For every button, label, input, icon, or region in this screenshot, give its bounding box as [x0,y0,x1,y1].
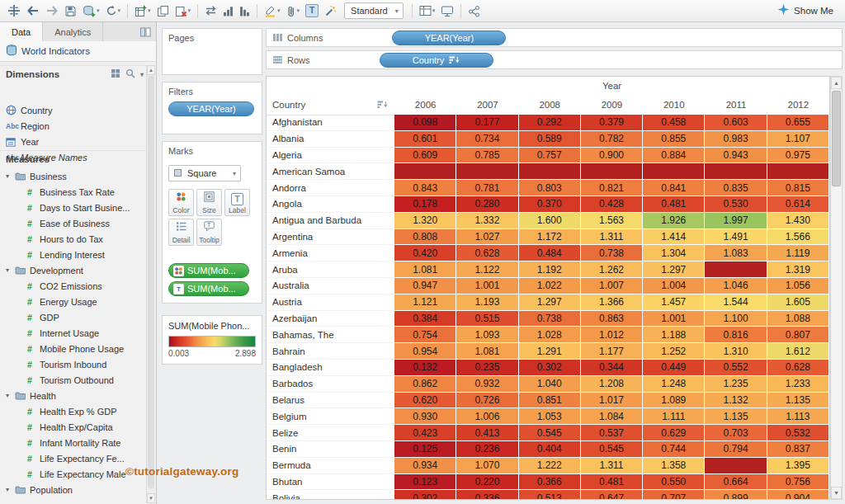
heat-cell[interactable]: 0.757 [519,148,581,164]
heat-cell[interactable]: 0.664 [705,474,767,491]
heat-cell[interactable]: 1.366 [581,294,643,311]
heat-cell[interactable]: 0.292 [519,115,581,131]
heat-cell[interactable]: 0.983 [705,131,767,148]
heat-cell[interactable]: 0.930 [394,408,456,425]
heat-cell[interactable]: 0.647 [581,490,643,499]
heat-cell[interactable]: 1.100 [705,311,767,327]
mark-type-dropdown[interactable]: Square ▾ [168,165,241,181]
heat-cell[interactable]: 1.006 [456,408,518,425]
row-header-country[interactable]: Argentina [267,229,394,246]
row-header-country[interactable]: Austria [267,294,394,311]
year-header[interactable]: 2011 [705,94,767,115]
heat-cell[interactable]: 0.552 [705,360,767,376]
heat-cell[interactable]: 1.122 [456,261,518,278]
heat-cell[interactable]: 1.320 [394,213,456,229]
heat-cell[interactable]: 1.311 [581,229,643,246]
row-header-country[interactable]: Bermuda [267,458,394,474]
measure-item[interactable]: #Tourism Outbound [0,372,147,388]
data-source-item[interactable]: World Indicators [0,41,156,62]
heat-cell[interactable]: 1.612 [767,343,829,360]
marks-color-button[interactable]: Color [168,189,194,216]
heat-cell[interactable]: 1.926 [643,213,705,229]
marks-label-button[interactable]: TLabel [224,189,250,216]
refresh-icon[interactable]: ▾ [103,3,124,18]
heat-cell[interactable]: 0.904 [767,490,829,499]
heat-cell[interactable]: 0.900 [581,148,643,164]
show-me-button[interactable]: Show Me [772,2,838,18]
heat-cell[interactable]: 0.855 [643,131,705,148]
new-worksheet-icon[interactable]: ▾ [132,3,153,19]
heat-cell[interactable]: 0.132 [394,360,456,376]
heat-cell[interactable]: 1.457 [643,294,705,311]
measure-item[interactable]: #CO2 Emissions [0,278,147,294]
measure-item[interactable]: #GDP [0,309,147,325]
heat-cell[interactable]: 1.544 [705,294,767,311]
heat-cell[interactable]: 0.932 [456,376,518,393]
dimension-item-country[interactable]: Country [0,102,147,118]
heat-cell[interactable]: 1.119 [767,245,829,261]
row-header-country[interactable]: Aruba [267,261,394,278]
heat-cell[interactable]: 1.248 [643,376,705,393]
marks-size-button[interactable]: Size [196,189,222,216]
heat-cell[interactable]: 1.304 [643,245,705,261]
heat-cell[interactable]: 0.614 [767,196,829,213]
heat-cell[interactable]: 1.311 [581,458,643,474]
vertical-scrollbar[interactable]: ▲ ▼ [830,76,843,500]
row-header-country[interactable]: Bahamas, The [267,327,394,343]
chevron-down-icon[interactable]: ▾ [140,71,144,78]
heat-cell[interactable]: 1.332 [456,213,518,229]
heat-cell[interactable]: 1.208 [581,376,643,393]
measure-folder-population[interactable]: ▾Population [0,482,147,497]
heat-cell[interactable]: 0.851 [519,393,581,409]
heat-cell[interactable]: 0.821 [581,180,643,196]
tab-analytics[interactable]: Analytics [43,22,103,41]
heat-cell[interactable]: 0.428 [581,196,643,213]
dimension-item-year[interactable]: Year [0,134,147,149]
heat-cell[interactable]: 1.192 [519,261,581,278]
row-header-country[interactable]: Azerbaijan [267,311,394,327]
heat-cell[interactable]: 1.135 [705,408,767,425]
heat-cell[interactable]: 0.379 [581,115,643,131]
heat-cell[interactable]: 0.803 [519,180,581,196]
row-header-country[interactable]: Belgium [267,408,394,425]
heat-cell[interactable]: 0.481 [581,474,643,491]
heat-cell[interactable]: 1.070 [456,458,518,474]
heat-cell[interactable]: 0.423 [394,425,456,441]
heat-cell[interactable]: 1.084 [581,408,643,425]
heat-cell[interactable]: 0.449 [643,360,705,376]
heat-cell[interactable]: 1.358 [643,458,705,474]
measure-item[interactable]: #Internet Usage [0,325,147,341]
measure-item[interactable]: #Health Exp % GDP [0,403,147,419]
heat-cell[interactable]: 0.707 [643,490,705,499]
heat-cell[interactable]: 1.028 [519,327,581,343]
heat-cell[interactable]: 1.001 [643,311,705,327]
heat-cell[interactable]: 0.550 [643,474,705,491]
heat-cell[interactable]: 1.004 [643,278,705,294]
heat-cell[interactable]: 1.053 [519,408,581,425]
heat-cell[interactable] [581,163,643,180]
row-header-country[interactable]: Bangladesh [267,360,394,376]
heat-cell[interactable]: 0.947 [394,278,456,294]
data-pane-scrollbar[interactable]: ▲ ▼ [146,65,155,503]
heat-cell[interactable]: 1.040 [519,376,581,393]
chevron-down-icon[interactable]: ▾ [6,392,15,399]
heat-cell[interactable]: 0.123 [394,474,456,491]
dimension-item-region[interactable]: AbcRegion [0,118,147,134]
measure-item[interactable]: #Business Tax Rate [0,184,147,200]
row-header-country[interactable]: Bolivia [267,490,394,499]
presentation-mode-icon[interactable] [438,3,456,19]
year-header[interactable]: 2008 [519,94,581,115]
heat-cell[interactable]: 0.366 [519,474,581,491]
heat-cell[interactable]: 1.081 [456,343,518,360]
heat-cell[interactable]: 1.111 [643,408,705,425]
measure-item[interactable]: #Health Exp/Capita [0,419,147,435]
row-header-country[interactable]: Bahrain [267,343,394,360]
heat-cell[interactable]: 1.022 [519,278,581,294]
heat-cell[interactable]: 1.007 [581,278,643,294]
scrollbar-thumb[interactable] [148,76,154,488]
scroll-up-icon[interactable]: ▲ [147,65,155,75]
chevron-down-icon[interactable]: ▾ [6,486,15,493]
heat-cell[interactable] [705,163,767,180]
heat-cell[interactable]: 0.744 [643,441,705,458]
measure-folder-health[interactable]: ▾Health [0,388,147,403]
